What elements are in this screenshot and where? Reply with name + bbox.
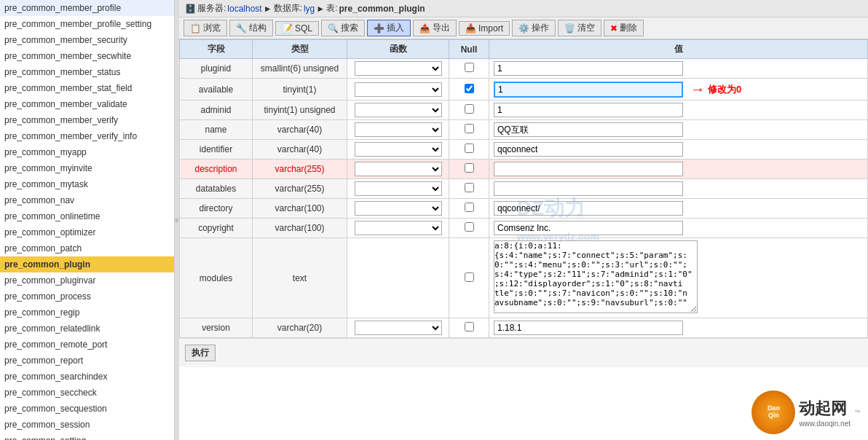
value-input-5[interactable] bbox=[494, 162, 683, 176]
sidebar-item-pre_common_regip[interactable]: pre_common_regip bbox=[0, 305, 174, 321]
func-cell-0[interactable]: BETWEENLIKENOW()NULL bbox=[347, 59, 449, 79]
sidebar-item-pre_common_member_stat_field[interactable]: pre_common_member_stat_field bbox=[0, 80, 174, 96]
value-input-7[interactable] bbox=[494, 201, 683, 216]
import-button[interactable]: 📥 Import bbox=[459, 21, 510, 36]
null-checkbox-9[interactable] bbox=[465, 272, 474, 282]
sidebar-item-pre_common_myapp[interactable]: pre_common_myapp bbox=[0, 144, 174, 160]
null-checkbox-4[interactable] bbox=[465, 144, 474, 153]
null-checkbox-8[interactable] bbox=[465, 222, 474, 232]
sidebar-item-pre_common_setting[interactable]: pre_common_setting bbox=[0, 433, 174, 440]
func-cell-6[interactable]: BETWEENLIKENOW()NULL bbox=[347, 179, 449, 199]
null-cell-8[interactable] bbox=[449, 219, 489, 238]
sidebar-item-pre_common_mytask[interactable]: pre_common_mytask bbox=[0, 176, 174, 192]
null-cell-10[interactable] bbox=[449, 318, 489, 338]
null-checkbox-10[interactable] bbox=[465, 322, 474, 331]
null-checkbox-3[interactable] bbox=[465, 124, 474, 133]
value-cell-7[interactable] bbox=[489, 199, 868, 219]
value-cell-4[interactable] bbox=[489, 140, 868, 160]
null-checkbox-1[interactable] bbox=[465, 84, 474, 93]
func-cell-10[interactable]: BETWEENLIKENOW()NULL bbox=[347, 318, 449, 338]
sidebar-item-pre_common_onlinetime[interactable]: pre_common_onlinetime bbox=[0, 208, 174, 224]
search-button[interactable]: 🔍 搜索 bbox=[321, 20, 365, 36]
value-cell-1[interactable]: → 修改为0 bbox=[489, 79, 868, 101]
null-checkbox-2[interactable] bbox=[465, 104, 474, 114]
sidebar-item-pre_common_searchindex[interactable]: pre_common_searchindex bbox=[0, 369, 174, 385]
func-select-7[interactable]: BETWEENLIKENOW()NULL bbox=[355, 201, 442, 216]
value-input-8[interactable] bbox=[494, 221, 683, 235]
func-select-3[interactable]: BETWEENLIKENOW()NULL bbox=[355, 122, 442, 137]
value-input-10[interactable] bbox=[494, 321, 683, 335]
execute-button[interactable]: 执行 bbox=[185, 345, 216, 361]
value-cell-10[interactable] bbox=[489, 318, 868, 338]
func-cell-4[interactable]: BETWEENLIKENOW()NULL bbox=[347, 140, 449, 160]
insert-button[interactable]: ➕ 插入 bbox=[367, 20, 411, 36]
sidebar-item-pre_common_member_secwhite[interactable]: pre_common_member_secwhite bbox=[0, 48, 174, 64]
func-cell-7[interactable]: BETWEENLIKENOW()NULL bbox=[347, 199, 449, 219]
value-cell-0[interactable] bbox=[489, 59, 868, 79]
null-cell-5[interactable] bbox=[449, 160, 489, 179]
value-cell-5[interactable] bbox=[489, 160, 868, 179]
sidebar-item-pre_common_optimizer[interactable]: pre_common_optimizer bbox=[0, 224, 174, 240]
sidebar-item-pre_common_seccheck[interactable]: pre_common_seccheck bbox=[0, 385, 174, 401]
func-cell-8[interactable]: BETWEENLIKENOW()NULL bbox=[347, 219, 449, 238]
null-checkbox-5[interactable] bbox=[465, 163, 474, 173]
sidebar-item-pre_common_remote_port[interactable]: pre_common_remote_port bbox=[0, 337, 174, 353]
null-cell-2[interactable] bbox=[449, 101, 489, 120]
null-cell-1[interactable] bbox=[449, 79, 489, 101]
null-checkbox-0[interactable] bbox=[465, 63, 474, 72]
null-cell-9[interactable] bbox=[449, 238, 489, 318]
sql-button[interactable]: 📝 SQL bbox=[275, 21, 319, 36]
value-input-3[interactable] bbox=[494, 122, 683, 137]
sidebar-item-pre_common_patch[interactable]: pre_common_patch bbox=[0, 240, 174, 256]
db-link[interactable]: lyg bbox=[304, 4, 315, 14]
func-cell-5[interactable]: BETWEENLIKENOW()NULL bbox=[347, 160, 449, 179]
sidebar-item-pre_common_member_verify_info[interactable]: pre_common_member_verify_info bbox=[0, 128, 174, 144]
sidebar-item-pre_common_myinvite[interactable]: pre_common_myinvite bbox=[0, 160, 174, 176]
value-cell-9[interactable] bbox=[489, 238, 868, 318]
empty-button[interactable]: 🗑️ 清空 bbox=[558, 20, 601, 36]
sidebar-item-pre_common_member_profile_setting[interactable]: pre_common_member_profile_setting bbox=[0, 16, 174, 32]
sidebar-item-pre_common_member_security[interactable]: pre_common_member_security bbox=[0, 32, 174, 48]
sidebar-item-pre_common_nav[interactable]: pre_common_nav bbox=[0, 192, 174, 208]
sidebar-item-pre_common_plugin[interactable]: pre_common_plugin bbox=[0, 256, 174, 272]
sidebar-item-pre_common_member_status[interactable]: pre_common_member_status bbox=[0, 64, 174, 80]
func-select-6[interactable]: BETWEENLIKENOW()NULL bbox=[355, 181, 442, 196]
func-cell-9[interactable] bbox=[347, 238, 449, 318]
value-input-1[interactable] bbox=[494, 82, 683, 98]
null-cell-0[interactable] bbox=[449, 59, 489, 79]
sidebar-item-pre_common_member_verify[interactable]: pre_common_member_verify bbox=[0, 112, 174, 128]
sidebar[interactable]: pre_common_member_profilepre_common_memb… bbox=[0, 0, 175, 440]
operations-button[interactable]: ⚙️ 操作 bbox=[512, 20, 556, 36]
null-cell-3[interactable] bbox=[449, 120, 489, 140]
browse-button[interactable]: 📋 浏览 bbox=[184, 20, 227, 36]
value-input-6[interactable] bbox=[494, 181, 683, 196]
func-select-4[interactable]: BETWEENLIKENOW()NULL bbox=[355, 142, 442, 157]
value-input-4[interactable] bbox=[494, 142, 683, 157]
structure-button[interactable]: 🔧 结构 bbox=[229, 20, 273, 36]
delete-button[interactable]: ✖ 删除 bbox=[604, 20, 644, 36]
null-checkbox-6[interactable] bbox=[465, 183, 474, 192]
null-cell-6[interactable] bbox=[449, 179, 489, 199]
sidebar-item-pre_common_secquestion[interactable]: pre_common_secquestion bbox=[0, 401, 174, 417]
func-select-0[interactable]: BETWEENLIKENOW()NULL bbox=[355, 61, 442, 76]
export-button[interactable]: 📤 导出 bbox=[413, 20, 457, 36]
null-cell-7[interactable] bbox=[449, 199, 489, 219]
func-select-5[interactable]: BETWEENLIKENOW()NULL bbox=[355, 162, 442, 176]
server-link[interactable]: localhost bbox=[227, 4, 261, 14]
value-input-2[interactable] bbox=[494, 103, 683, 117]
null-cell-4[interactable] bbox=[449, 140, 489, 160]
sidebar-item-pre_common_relatedlink[interactable]: pre_common_relatedlink bbox=[0, 321, 174, 337]
value-cell-6[interactable] bbox=[489, 179, 868, 199]
func-select-10[interactable]: BETWEENLIKENOW()NULL bbox=[355, 321, 442, 335]
sidebar-item-pre_common_process[interactable]: pre_common_process bbox=[0, 288, 174, 305]
func-select-2[interactable]: BETWEENLIKENOW()NULL bbox=[355, 103, 442, 117]
func-select-8[interactable]: BETWEENLIKENOW()NULL bbox=[355, 221, 442, 235]
value-cell-8[interactable] bbox=[489, 219, 868, 238]
func-select-1[interactable]: BETWEENLIKENOW()NULL bbox=[355, 82, 442, 97]
value-cell-2[interactable] bbox=[489, 101, 868, 120]
sidebar-item-pre_common_report[interactable]: pre_common_report bbox=[0, 353, 174, 369]
value-cell-3[interactable] bbox=[489, 120, 868, 140]
value-input-0[interactable] bbox=[494, 61, 683, 76]
value-textarea-9[interactable] bbox=[494, 240, 698, 313]
func-cell-3[interactable]: BETWEENLIKENOW()NULL bbox=[347, 120, 449, 140]
